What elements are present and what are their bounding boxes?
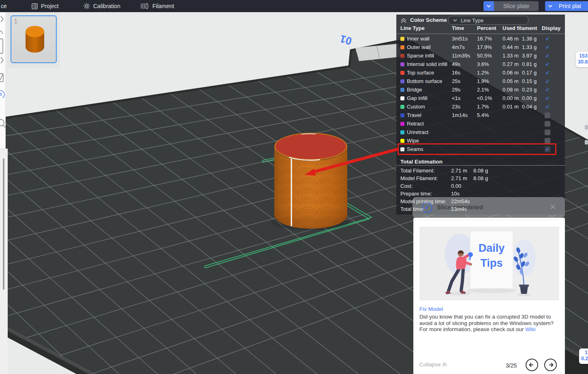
display-checkbox[interactable]: ✓ — [545, 45, 550, 50]
line-type-time: 25s — [452, 78, 460, 84]
line-type-time: 11m39s — [452, 53, 470, 59]
line-type-row: Retract — [396, 119, 565, 128]
line-type-row: Wipe — [396, 136, 565, 145]
layer-slider-tooltip-bottom: 1 0.2 — [579, 348, 588, 364]
line-type-percent: 1.7% — [477, 104, 489, 110]
print-plate-button[interactable]: Print plat — [556, 1, 588, 11]
line-type-swatch — [400, 37, 404, 41]
line-type-swatch — [400, 45, 404, 49]
line-type-row: Bridge 29s 2.1% 0.08 m 0.23 g ✓ — [396, 85, 565, 94]
collapse-label: Collapse — [419, 361, 441, 368]
color-scheme-dropdown[interactable]: Line Type — [448, 16, 528, 25]
line-type-length: 0.05 m — [502, 78, 519, 84]
poster-text-1: Daily — [479, 242, 505, 254]
panel-title: Color Scheme — [410, 17, 447, 23]
line-type-swatch — [400, 113, 404, 117]
line-type-percent: 3.6% — [477, 61, 489, 67]
estimation-row: Total time: 23m4s — [396, 205, 565, 213]
menu-item-project[interactable]: Project — [32, 0, 59, 12]
line-type-name: Internal solid infill — [407, 61, 447, 67]
cylinder-top-surface — [276, 134, 346, 159]
left-toolbar-partial — [0, 12, 6, 149]
line-type-length: 0.44 m — [502, 44, 519, 50]
fix-model-link[interactable]: Fix Model — [419, 306, 443, 312]
estimation-value: 22m54s — [451, 198, 470, 204]
display-checkbox[interactable]: ✓ — [545, 147, 550, 152]
arrow-left-icon — [526, 359, 537, 370]
line-type-row: Sparse infill 11m39s 50.5% 1.33 m 3.97 g… — [396, 51, 565, 60]
filament-icon — [140, 3, 149, 9]
line-type-percent: 17.9% — [477, 44, 492, 50]
display-checkbox[interactable]: ✓ — [545, 87, 550, 93]
print-dropdown-button[interactable] — [545, 1, 556, 11]
line-type-percent: 2.1% — [477, 87, 489, 93]
arrow-right-icon — [545, 359, 556, 370]
poster-text-2: Tips — [480, 257, 502, 269]
line-type-weight: 0.81 g — [522, 61, 537, 67]
line-type-percent: 5.4% — [477, 112, 489, 118]
line-type-time: 16s — [452, 70, 460, 76]
chevron-icon[interactable] — [1, 16, 3, 22]
line-type-row: Travel 1m14s 5.4% — [396, 111, 565, 119]
display-checkbox[interactable]: ✓ — [545, 53, 550, 59]
menu-item-partial[interactable]: ce — [1, 3, 7, 9]
line-type-swatch — [400, 130, 404, 134]
col-line-type: Line Type — [400, 25, 425, 31]
tips-page-indicator: 3/25 — [506, 362, 517, 369]
plate-thumbnail-index: 1 — [14, 17, 17, 26]
tool-icon-blue[interactable] — [0, 91, 4, 98]
next-tip-button[interactable] — [544, 359, 557, 371]
display-checkbox[interactable]: ✓ — [545, 70, 550, 76]
display-checkbox[interactable]: ✓ — [545, 79, 550, 84]
top-menu-bar: ce Project — [0, 0, 588, 12]
scrollbar[interactable] — [3, 158, 4, 290]
line-type-swatch — [400, 96, 404, 100]
col-percent: Percent — [477, 25, 496, 31]
layer-slider-mark-bottom[interactable] — [585, 140, 588, 144]
wiki-link[interactable]: Wiki — [525, 326, 536, 332]
estimation-value: 2.71 m — [451, 175, 467, 181]
menu-item-filament[interactable]: Filament — [140, 0, 174, 12]
line-type-percent: 16.7% — [477, 36, 492, 42]
line-type-swatch — [400, 139, 404, 143]
line-type-time: 29s — [452, 87, 460, 93]
estimation-value2: 8.08 g — [473, 175, 488, 181]
col-used-filament: Used filament — [502, 25, 537, 31]
slice-dropdown-button[interactable] — [483, 1, 494, 11]
collapse-tips-button[interactable]: Collapse — [419, 361, 447, 368]
display-checkbox[interactable] — [545, 130, 550, 135]
line-type-length: 0.27 m — [502, 61, 519, 67]
display-checkbox[interactable] — [545, 121, 550, 127]
body-line: For more information, please check out o… — [419, 326, 525, 332]
estimation-label: Model Filament: — [400, 175, 438, 181]
line-type-percent: <0.1% — [477, 95, 492, 101]
tips-body-text: Did you know that you can fix a corrupte… — [419, 314, 561, 333]
model-cylinder[interactable] — [272, 133, 349, 230]
slice-plate-button[interactable]: Slice plate — [494, 1, 539, 11]
line-type-swatch — [400, 79, 404, 83]
line-type-weight: 0.17 g — [522, 70, 537, 76]
display-checkbox[interactable] — [545, 138, 550, 144]
calibration-gear-icon — [83, 3, 90, 9]
line-type-row: Inner wall 3m51s 16.7% 0.46 m 1.38 g ✓ — [396, 34, 565, 43]
seam-line — [291, 159, 292, 226]
menu-item-calibration[interactable]: Calibration — [83, 0, 120, 12]
display-checkbox[interactable]: ✓ — [545, 62, 550, 67]
table-header: Line Type Time Percent Used filament Dis… — [396, 25, 565, 34]
previous-tip-button[interactable] — [526, 359, 538, 371]
collapse-panel-icon[interactable] — [400, 18, 407, 23]
line-type-name: Unretract — [407, 129, 428, 135]
line-type-length: 0.01 m — [502, 104, 519, 110]
estimation-label: Model printing time: — [400, 198, 446, 204]
line-type-time: 23s — [452, 104, 460, 110]
estimation-value: 2.71 m — [451, 168, 467, 174]
plate-thumbnail[interactable]: 1 — [11, 15, 57, 63]
display-checkbox[interactable]: ✓ — [545, 36, 550, 42]
display-checkbox[interactable]: ✓ — [545, 96, 550, 101]
display-checkbox[interactable] — [545, 113, 550, 118]
line-type-row: Internal solid infill 49s 3.6% 0.27 m 0.… — [396, 60, 565, 68]
layer-slider-mark-top[interactable] — [585, 125, 588, 130]
display-checkbox[interactable]: ✓ — [545, 104, 550, 110]
line-type-row: Seams ✓ — [396, 145, 565, 153]
line-type-name: Gap infill — [407, 95, 428, 101]
